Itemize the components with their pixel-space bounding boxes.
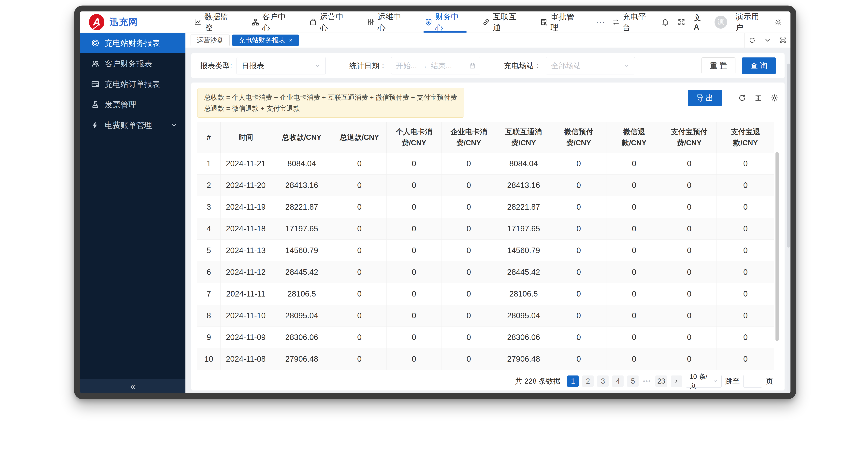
table-cell: 8084.04 — [496, 153, 551, 174]
nav-item-maintenance-center[interactable]: 运维中心 — [359, 11, 416, 33]
page-button-5[interactable]: 5 — [627, 375, 639, 387]
report-type-select[interactable]: 日报表 — [237, 57, 326, 75]
sidebar-item-station-finance-report[interactable]: 充电站财务报表 — [80, 33, 185, 53]
page-button-2[interactable]: 2 — [582, 375, 594, 387]
brand[interactable]: A 迅充网 — [80, 14, 185, 30]
table-cell: 0 — [716, 348, 774, 370]
header-actions: 充电平台 文A 演 演示用户 — [612, 11, 790, 33]
pages-ellipsis[interactable]: ••• — [642, 378, 652, 384]
tab-menu-button[interactable] — [760, 33, 775, 48]
table-cell: 0 — [716, 261, 774, 283]
bell-icon[interactable] — [661, 18, 669, 26]
window-scrollbar[interactable] — [787, 63, 790, 392]
tab-station-finance-report[interactable]: 充电站财务报表× — [232, 34, 299, 46]
table-cell: 2024-11-08 — [220, 348, 271, 370]
nav-label: 客户中心 — [262, 11, 292, 33]
query-button[interactable]: 查 询 — [742, 57, 776, 74]
station-value: 全部场站 — [551, 61, 581, 71]
table-cell: 0 — [332, 174, 386, 196]
table-cell: 0 — [607, 196, 662, 218]
logo-letter: A — [93, 16, 100, 28]
table-cell: 0 — [441, 326, 496, 348]
column-settings-gear-icon[interactable] — [770, 94, 779, 102]
sidebar-item-station-order-report[interactable]: 充电站订单报表 — [80, 74, 185, 94]
close-icon[interactable]: × — [289, 37, 292, 44]
pagination: 共 228 条数据 1 2 3 4 5 ••• 23 10 条/页 跳至 — [197, 372, 779, 391]
scrollbar-thumb[interactable] — [775, 152, 779, 341]
table-row: 102024-11-0827906.4800027906.480000 — [197, 348, 774, 370]
table-cell: 28445.42 — [271, 261, 332, 283]
page-button-4[interactable]: 4 — [612, 375, 624, 387]
table-cell: 0 — [551, 240, 607, 261]
refresh-tab-button[interactable] — [744, 33, 760, 48]
jump-page-input[interactable] — [743, 375, 762, 388]
avatar[interactable]: 演 — [715, 16, 727, 29]
nav-item-data-monitor[interactable]: 数据监控 — [185, 11, 243, 33]
col-header: 支付宝预付费/CNY — [662, 122, 717, 153]
table-cell: 0 — [441, 196, 496, 218]
table-cell: 0 — [332, 153, 386, 174]
table-cell: 2024-11-21 — [220, 153, 271, 174]
table-cell: 0 — [332, 218, 386, 240]
table-cell: 0 — [662, 305, 717, 326]
data-panel: 总收款 = 个人电卡消费 + 企业电卡消费 + 互联互通消费 + 微信预付费 +… — [191, 83, 784, 391]
platform-switch[interactable]: 充电平台 — [612, 11, 653, 33]
calendar-icon — [469, 62, 476, 69]
table-cell: 10 — [197, 348, 220, 370]
export-button[interactable]: 导 出 — [688, 90, 722, 106]
table-scrollbar[interactable] — [775, 151, 779, 371]
sidebar-item-electricity-bill[interactable]: 电费账单管理 — [80, 115, 185, 136]
page-button-last[interactable]: 23 — [655, 375, 667, 387]
table-cell: 0 — [716, 326, 774, 348]
table-cell: 2024-11-11 — [220, 283, 271, 305]
table-cell: 0 — [716, 218, 774, 240]
page-button-1[interactable]: 1 — [567, 375, 579, 387]
page-size-select[interactable]: 10 条/页 — [686, 375, 722, 388]
settings-gear-icon[interactable] — [774, 18, 782, 26]
table-cell: 0 — [662, 326, 717, 348]
station-label: 充电场站： — [504, 61, 541, 71]
sidebar-item-label: 电费账单管理 — [105, 120, 152, 131]
page: A 迅充网 数据监控 客户中心 运营中心 运维中心 财务中心 互联互通 审批管理… — [0, 0, 868, 458]
nav-label: 审批管理 — [551, 11, 581, 33]
row-height-icon[interactable] — [754, 94, 763, 102]
nav-item-operation-center[interactable]: 运营中心 — [301, 11, 359, 33]
nav-label: 财务中心 — [435, 11, 466, 33]
station-select[interactable]: 全部场站 — [546, 57, 635, 75]
table-cell: 9 — [197, 326, 220, 348]
page-button-3[interactable]: 3 — [597, 375, 609, 387]
report-type-label: 报表类型: — [200, 61, 232, 71]
next-page-button[interactable] — [671, 375, 682, 387]
language-icon[interactable]: 文A — [694, 13, 706, 31]
nav-more-button[interactable]: ··· — [589, 18, 612, 26]
nav-item-finance-center[interactable]: 财务中心 — [416, 11, 474, 33]
table-cell: 0 — [551, 348, 607, 370]
nav-item-approval[interactable]: 审批管理 — [531, 11, 589, 33]
fullscreen-icon[interactable] — [677, 18, 685, 26]
table-cell: 0 — [332, 283, 386, 305]
reset-button[interactable]: 重 置 — [702, 57, 736, 74]
col-header: 个人电卡消费/CNY — [386, 122, 441, 153]
nav-item-customer-center[interactable]: 客户中心 — [243, 11, 301, 33]
tab-operation-sandbox[interactable]: 运营沙盘 — [191, 34, 229, 46]
table-row: 22024-11-2028413.1600028413.160000 — [197, 174, 774, 196]
user-name[interactable]: 演示用户 — [736, 11, 766, 33]
card-top-row: 总收款 = 个人电卡消费 + 企业电卡消费 + 互联互通消费 + 微信预付费 +… — [197, 88, 779, 118]
refresh-icon[interactable] — [738, 94, 746, 102]
table-cell: 0 — [716, 305, 774, 326]
table-cell: 2024-11-20 — [220, 174, 271, 196]
sidebar-item-customer-finance-report[interactable]: 客户财务报表 — [80, 53, 185, 74]
scrollbar-thumb[interactable] — [787, 63, 790, 248]
table-cell: 0 — [551, 196, 607, 218]
formula-notice: 总收款 = 个人电卡消费 + 企业电卡消费 + 互联互通消费 + 微信预付费 +… — [197, 88, 464, 118]
sidebar: 充电站财务报表 客户财务报表 充电站订单报表 发票管理 电费账单管理 « — [80, 33, 185, 393]
finance-table: # 时间 总收款/CNY 总退款/CNY 个人电卡消费/CNY 企业电卡消费/C… — [197, 122, 774, 370]
sidebar-item-invoice-management[interactable]: 发票管理 — [80, 94, 185, 115]
table-cell: 0 — [441, 348, 496, 370]
date-range-picker[interactable]: 开始... → 结束... — [391, 57, 480, 75]
nav-item-interconnect[interactable]: 互联互通 — [474, 11, 531, 33]
top-nav: 数据监控 客户中心 运营中心 运维中心 财务中心 互联互通 审批管理 ··· — [185, 11, 612, 33]
sidebar-collapse-button[interactable]: « — [80, 379, 185, 393]
maximize-view-button[interactable] — [775, 33, 790, 48]
chevron-down-icon — [713, 379, 718, 384]
